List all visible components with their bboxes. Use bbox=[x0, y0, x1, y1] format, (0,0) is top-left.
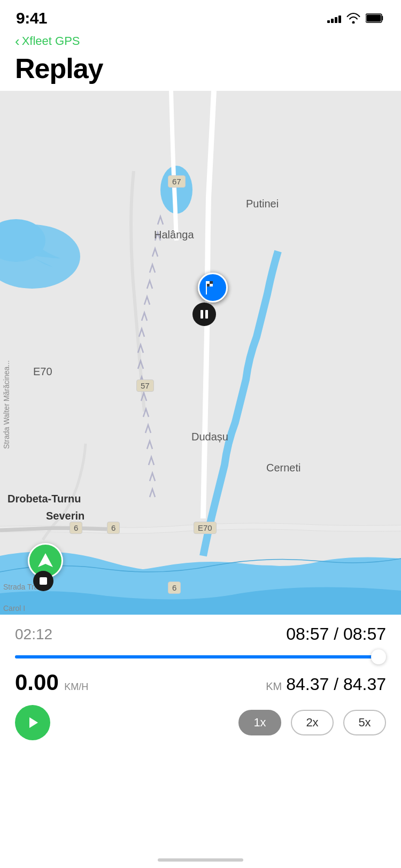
distance-value: 84.37 / 84.37 bbox=[286, 675, 386, 694]
page-title: Replay bbox=[15, 52, 386, 84]
map-container[interactable]: Putinei Halânga E70 Dudașu Cerneti Drobe… bbox=[0, 91, 401, 615]
play-button[interactable] bbox=[15, 705, 50, 740]
road-badge-57: 57 bbox=[136, 379, 154, 392]
road-badge-67: 67 bbox=[168, 175, 186, 188]
speed-value: 0.00 bbox=[15, 670, 59, 695]
speed-5x-button[interactable]: 5x bbox=[343, 710, 386, 735]
play-icon bbox=[26, 715, 41, 730]
home-indicator bbox=[158, 858, 243, 862]
current-time: 02:12 bbox=[15, 626, 52, 643]
progress-fill bbox=[15, 655, 375, 658]
battery-icon bbox=[366, 13, 385, 24]
speed-distance-row: 0.00 KM/H KM 84.37 / 84.37 bbox=[15, 670, 386, 695]
svg-rect-14 bbox=[205, 310, 208, 319]
flag-marker-main[interactable] bbox=[198, 273, 228, 303]
road-badge-6-left: 6 bbox=[70, 522, 82, 534]
back-chevron-icon: ‹ bbox=[15, 34, 20, 48]
status-icons bbox=[327, 13, 385, 24]
svg-rect-9 bbox=[210, 281, 213, 284]
speed-group: 0.00 KM/H bbox=[15, 670, 88, 695]
road-badge-e70-mid: E70 bbox=[194, 522, 217, 534]
speed-1x-button[interactable]: 1x bbox=[238, 710, 281, 735]
back-label: Xfleet GPS bbox=[22, 34, 80, 48]
pause-icon bbox=[199, 309, 210, 320]
nav-bar[interactable]: ‹ Xfleet GPS bbox=[0, 29, 401, 50]
distance-group: KM 84.37 / 84.37 bbox=[266, 675, 386, 694]
svg-rect-1 bbox=[367, 15, 381, 22]
page-title-container: Replay bbox=[0, 50, 401, 91]
stop-marker[interactable] bbox=[33, 571, 53, 591]
time-row: 02:12 08:57 / 08:57 bbox=[15, 624, 386, 644]
playback-row: 1x 2x 5x bbox=[15, 705, 386, 740]
controls-panel: 02:12 08:57 / 08:57 0.00 KM/H KM 84.37 /… bbox=[0, 615, 401, 750]
progress-container[interactable] bbox=[15, 649, 386, 664]
progress-thumb[interactable] bbox=[371, 649, 386, 664]
distance-unit: KM bbox=[266, 680, 282, 693]
checkered-flag-icon bbox=[205, 280, 221, 296]
navigate-icon bbox=[36, 551, 55, 570]
total-time: 08:57 / 08:57 bbox=[286, 624, 386, 644]
svg-rect-2 bbox=[0, 91, 401, 615]
progress-track[interactable] bbox=[15, 655, 386, 658]
speed-unit: KM/H bbox=[64, 681, 88, 692]
speed-buttons-group: 1x 2x 5x bbox=[238, 710, 386, 735]
svg-rect-11 bbox=[210, 284, 213, 286]
back-button[interactable]: ‹ Xfleet GPS bbox=[15, 34, 386, 48]
pause-marker[interactable] bbox=[192, 303, 216, 326]
road-badge-6-bottom: 6 bbox=[168, 582, 181, 594]
map-background bbox=[0, 91, 401, 615]
stop-icon bbox=[40, 577, 47, 585]
status-bar: 9:41 bbox=[0, 0, 401, 29]
road-badge-6-mid: 6 bbox=[107, 522, 120, 534]
svg-rect-13 bbox=[200, 310, 203, 319]
signal-icon bbox=[327, 13, 341, 23]
status-time: 9:41 bbox=[16, 9, 47, 27]
speed-2x-button[interactable]: 2x bbox=[291, 710, 334, 735]
wifi-icon bbox=[346, 13, 360, 24]
